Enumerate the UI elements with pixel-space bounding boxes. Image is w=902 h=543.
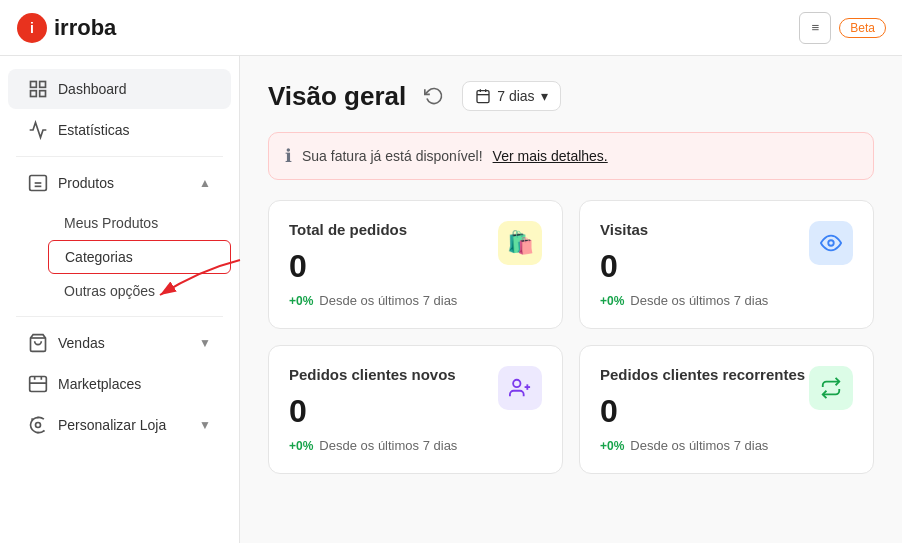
- store-icon: [28, 374, 48, 394]
- sidebar-item-label: Personalizar Loja: [58, 417, 166, 433]
- svg-point-17: [828, 240, 834, 246]
- svg-rect-3: [40, 82, 46, 88]
- refresh-button[interactable]: [418, 80, 450, 112]
- logo-text: irroba: [54, 15, 116, 41]
- date-filter-button[interactable]: 7 dias ▾: [462, 81, 560, 111]
- bag-icon: [28, 333, 48, 353]
- alert-link[interactable]: Ver mais detalhes.: [493, 148, 608, 164]
- card-pedidos-recorrentes: Pedidos clientes recorrentes 0 +0% Desde…: [579, 345, 874, 474]
- info-icon: ℹ: [285, 145, 292, 167]
- card-footer: +0% Desde os últimos 7 dias: [289, 293, 542, 308]
- chevron-down-icon-2: ▼: [199, 418, 211, 432]
- sidebar-item-dashboard[interactable]: Dashboard: [8, 69, 231, 109]
- card-icon-pedidos: 🛍️: [498, 221, 542, 265]
- card-footer-text: Desde os últimos 7 dias: [319, 438, 457, 453]
- alert-banner: ℹ Sua fatura já está disponível! Ver mai…: [268, 132, 874, 180]
- svg-text:i: i: [30, 20, 34, 36]
- sidebar-item-vendas[interactable]: Vendas ▼: [8, 323, 231, 363]
- repeat-icon: [820, 377, 842, 399]
- logo-icon: i: [16, 12, 48, 44]
- topbar: i irroba ≡ Beta: [0, 0, 902, 56]
- tag-icon: [28, 173, 48, 193]
- layout: Dashboard Estatísticas Produtos ▲ Meus P…: [0, 56, 902, 543]
- chevron-up-icon: ▲: [199, 176, 211, 190]
- cards-grid: 🛍️ Total de pedidos 0 +0% Desde os últim…: [268, 200, 874, 474]
- eye-icon: [820, 232, 842, 254]
- date-label: 7 dias: [497, 88, 534, 104]
- card-icon-novos: [498, 366, 542, 410]
- sidebar-item-label: Marketplaces: [58, 376, 141, 392]
- main-content: Visão geral 7 dias ▾ ℹ Sua fatura já est…: [240, 56, 902, 543]
- svg-rect-5: [40, 91, 46, 97]
- sidebar-item-produtos[interactable]: Produtos ▲: [8, 163, 231, 203]
- sidebar-item-label: Estatísticas: [58, 122, 130, 138]
- menu-button[interactable]: ≡: [799, 12, 831, 44]
- page-title: Visão geral: [268, 81, 406, 112]
- chart-icon: [28, 120, 48, 140]
- card-icon-visitas: [809, 221, 853, 265]
- produtos-submenu: Meus Produtos Categorias Outras opções: [0, 204, 239, 310]
- sidebar-subitem-outras-opcoes[interactable]: Outras opções: [48, 275, 231, 307]
- beta-badge: Beta: [839, 18, 886, 38]
- card-total-pedidos: 🛍️ Total de pedidos 0 +0% Desde os últim…: [268, 200, 563, 329]
- sidebar-item-label: Produtos: [58, 175, 114, 191]
- sidebar-item-label: Dashboard: [58, 81, 127, 97]
- sidebar-subitem-categorias[interactable]: Categorias: [48, 240, 231, 274]
- svg-point-12: [36, 423, 41, 428]
- sidebar-item-marketplaces[interactable]: Marketplaces: [8, 364, 231, 404]
- topbar-right: ≡ Beta: [799, 12, 886, 44]
- chevron-date-icon: ▾: [541, 88, 548, 104]
- divider-1: [16, 156, 223, 157]
- card-visitas: Visitas 0 +0% Desde os últimos 7 dias: [579, 200, 874, 329]
- svg-rect-13: [477, 91, 489, 103]
- card-footer: +0% Desde os últimos 7 dias: [600, 438, 853, 453]
- card-footer: +0% Desde os últimos 7 dias: [600, 293, 853, 308]
- user-plus-icon: [509, 377, 531, 399]
- sidebar-item-personalizar[interactable]: Personalizar Loja ▼: [8, 405, 231, 445]
- refresh-icon: [424, 86, 444, 106]
- card-footer: +0% Desde os últimos 7 dias: [289, 438, 542, 453]
- card-icon-recorrentes: [809, 366, 853, 410]
- chevron-down-icon: ▼: [199, 336, 211, 350]
- card-trend: +0%: [600, 439, 624, 453]
- sidebar-item-label: Vendas: [58, 335, 105, 351]
- svg-rect-2: [31, 82, 37, 88]
- logo[interactable]: i irroba: [16, 12, 116, 44]
- svg-rect-4: [31, 91, 37, 97]
- card-footer-text: Desde os últimos 7 dias: [630, 438, 768, 453]
- wrench-icon: [28, 415, 48, 435]
- menu-icon: ≡: [811, 20, 819, 35]
- grid-icon: [28, 79, 48, 99]
- divider-2: [16, 316, 223, 317]
- card-trend: +0%: [600, 294, 624, 308]
- card-trend: +0%: [289, 439, 313, 453]
- card-footer-text: Desde os últimos 7 dias: [319, 293, 457, 308]
- sidebar-item-estatisticas[interactable]: Estatísticas: [8, 110, 231, 150]
- card-footer-text: Desde os últimos 7 dias: [630, 293, 768, 308]
- calendar-icon: [475, 88, 491, 104]
- svg-point-18: [513, 380, 520, 387]
- sidebar-subitem-meus-produtos[interactable]: Meus Produtos: [48, 207, 231, 239]
- card-pedidos-novos: Pedidos clientes novos 0 +0% Desde os úl…: [268, 345, 563, 474]
- page-header: Visão geral 7 dias ▾: [268, 80, 874, 112]
- sidebar: Dashboard Estatísticas Produtos ▲ Meus P…: [0, 56, 240, 543]
- card-trend: +0%: [289, 294, 313, 308]
- alert-text: Sua fatura já está disponível!: [302, 148, 483, 164]
